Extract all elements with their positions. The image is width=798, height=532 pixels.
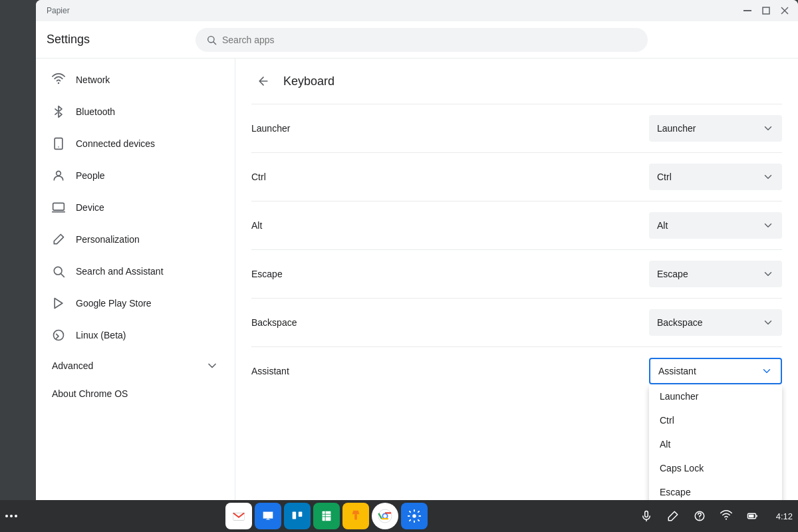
search-input[interactable] — [222, 35, 637, 45]
about-label: About Chrome OS — [52, 388, 128, 399]
svg-point-6 — [58, 82, 60, 84]
minimize-button[interactable] — [739, 3, 755, 19]
taskbar-dot-1 — [5, 515, 8, 517]
sidebar-label-search-assistant: Search and Assistant — [76, 266, 164, 277]
svg-line-5 — [213, 42, 216, 45]
svg-rect-26 — [354, 514, 357, 519]
sidebar-label-device: Device — [76, 202, 104, 213]
backspace-select[interactable]: Backspace — [649, 309, 782, 336]
wifi-icon — [52, 73, 65, 86]
backspace-label: Backspace — [251, 317, 297, 328]
escape-label: Escape — [251, 269, 283, 279]
play-icon — [52, 297, 65, 310]
question-icon[interactable] — [689, 505, 710, 527]
taskbar-dots — [5, 515, 17, 517]
tablet-icon — [52, 137, 65, 150]
taskbar-app-sheets[interactable] — [313, 503, 340, 529]
advanced-label: Advanced — [52, 360, 93, 371]
alt-value: Alt — [657, 220, 668, 231]
ctrl-setting-row: Ctrl Ctrl — [251, 153, 782, 201]
sidebar-item-connected-devices[interactable]: Connected devices — [36, 128, 235, 160]
svg-rect-32 — [645, 511, 648, 517]
terminal-icon — [52, 329, 65, 342]
alt-select[interactable]: Alt — [649, 212, 782, 239]
assistant-value: Assistant — [658, 366, 696, 376]
escape-value: Escape — [657, 269, 688, 279]
bluetooth-icon — [52, 105, 65, 118]
settings-header: Settings — [36, 21, 798, 59]
taskbar-time: 4:12 — [769, 511, 793, 521]
sidebar-label-connected-devices: Connected devices — [76, 138, 155, 149]
svg-point-29 — [383, 514, 387, 518]
sidebar-label-personalization: Personalization — [76, 234, 140, 245]
settings-app: Settings Network — [36, 21, 798, 500]
sidebar-item-people[interactable]: People — [36, 160, 235, 192]
dropdown-option-escape[interactable]: Escape — [649, 480, 782, 500]
sidebar-item-network[interactable]: Network — [36, 64, 235, 96]
sidebar-label-linux: Linux (Beta) — [76, 330, 126, 340]
assistant-select[interactable]: Assistant — [649, 358, 782, 384]
sidebar-item-search-assistant[interactable]: Search and Assistant — [36, 255, 235, 287]
launcher-select[interactable]: Launcher — [649, 115, 782, 142]
dropdown-option-ctrl[interactable]: Ctrl — [649, 408, 782, 432]
taskbar-app-chat[interactable] — [255, 503, 281, 529]
ctrl-select[interactable]: Ctrl — [649, 164, 782, 190]
ctrl-label: Ctrl — [251, 172, 266, 182]
sidebar-item-linux[interactable]: Linux (Beta) — [36, 319, 235, 351]
taskbar-app-trello[interactable] — [284, 503, 311, 529]
settings-body: Network Bluetooth Connected devices — [36, 59, 798, 500]
alt-select-container: Alt — [649, 212, 782, 239]
window-controls — [739, 3, 793, 19]
assistant-select-container: Assistant Launcher — [649, 358, 782, 384]
taskbar: 4:12 — [0, 500, 798, 532]
svg-point-31 — [412, 514, 416, 518]
mic-icon[interactable] — [636, 505, 657, 527]
backspace-dropdown-arrow — [762, 317, 774, 329]
content-inner: Keyboard Launcher Launcher — [235, 59, 798, 500]
taskbar-app-gmail[interactable] — [225, 503, 252, 529]
escape-dropdown-arrow — [762, 268, 774, 280]
alt-setting-row: Alt Alt — [251, 201, 782, 250]
ctrl-dropdown-arrow — [762, 171, 774, 183]
close-button[interactable] — [777, 3, 793, 19]
escape-select[interactable]: Escape — [649, 261, 782, 287]
launcher-select-container: Launcher — [649, 115, 782, 142]
pen-icon[interactable] — [662, 505, 684, 527]
dropdown-option-caps-lock[interactable]: Caps Lock — [649, 456, 782, 480]
taskbar-app-settings[interactable] — [401, 503, 428, 529]
escape-select-container: Escape — [649, 261, 782, 287]
taskbar-app-keep[interactable] — [342, 503, 369, 529]
svg-rect-17 — [290, 509, 305, 523]
sidebar-item-personalization[interactable]: Personalization — [36, 223, 235, 255]
sidebar-item-device[interactable]: Device — [36, 192, 235, 223]
alt-dropdown-arrow — [762, 219, 774, 231]
ctrl-value: Ctrl — [657, 172, 672, 182]
launcher-dropdown-arrow — [762, 122, 774, 134]
sidebar-item-google-play[interactable]: Google Play Store — [36, 287, 235, 319]
sidebar-about[interactable]: About Chrome OS — [36, 380, 235, 407]
dropdown-option-alt[interactable]: Alt — [649, 432, 782, 456]
alt-label: Alt — [251, 220, 262, 231]
back-button[interactable] — [251, 69, 275, 93]
assistant-dropdown: Launcher Ctrl Alt Caps Lock — [649, 384, 782, 500]
taskbar-app-chrome[interactable] — [372, 503, 398, 529]
taskbar-system: 4:12 — [636, 505, 793, 527]
taskbar-dot-2 — [10, 515, 13, 517]
search-bar[interactable] — [196, 28, 648, 52]
svg-line-12 — [61, 274, 65, 277]
sidebar-item-bluetooth[interactable]: Bluetooth — [36, 96, 235, 128]
backspace-select-container: Backspace — [649, 309, 782, 336]
sidebar-label-google-play: Google Play Store — [76, 298, 152, 309]
assistant-dropdown-arrow — [761, 365, 773, 377]
backspace-setting-row: Backspace Backspace — [251, 299, 782, 347]
dropdown-option-launcher[interactable]: Launcher — [649, 384, 782, 408]
wifi-status-icon[interactable] — [716, 505, 737, 527]
laptop-icon — [52, 201, 65, 214]
maximize-button[interactable] — [758, 3, 774, 19]
backspace-value: Backspace — [657, 317, 702, 328]
sidebar-label-network: Network — [76, 74, 110, 85]
svg-point-36 — [726, 518, 727, 519]
svg-rect-19 — [299, 512, 303, 517]
sidebar-advanced[interactable]: Advanced — [36, 351, 235, 380]
svg-rect-21 — [323, 511, 331, 521]
